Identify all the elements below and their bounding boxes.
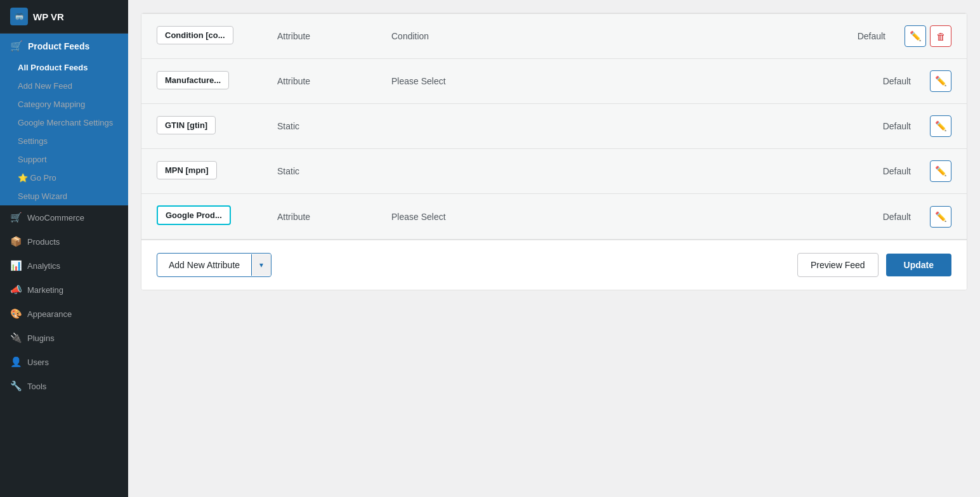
attribute-tag: Google Prod...: [157, 205, 258, 228]
attribute-actions: ✏️: [930, 160, 951, 182]
edit-button[interactable]: ✏️: [905, 25, 926, 47]
edit-button[interactable]: ✏️: [930, 115, 951, 137]
product-feeds-header[interactable]: 🛒 Product Feeds: [0, 34, 128, 58]
table-row: GTIN [gtin] Static Default ✏️: [141, 104, 967, 149]
attribute-tag: Manufacture...: [157, 71, 258, 92]
attribute-tag-label: Condition [co...: [157, 26, 233, 44]
attribute-actions: ✏️: [930, 115, 951, 137]
sidebar-item-analytics[interactable]: 📊Analytics: [0, 254, 128, 278]
sidebar-item-add-new-feed[interactable]: Add New Feed: [0, 77, 128, 95]
sidebar-item-users[interactable]: 👤Users: [0, 350, 128, 374]
attribute-tag-label: Manufacture...: [157, 71, 229, 89]
sidebar-item-go-pro[interactable]: ⭐ Go Pro: [0, 169, 128, 187]
attribute-type: Attribute: [258, 76, 385, 86]
attribute-value: Condition: [385, 31, 828, 41]
attribute-value: Please Select: [385, 76, 854, 86]
sidebar-menu-label: Marketing: [27, 285, 63, 295]
attribute-actions: ✏️: [930, 70, 951, 92]
attribute-tag-label: MPN [mpn]: [157, 161, 217, 179]
attribute-default: Default: [854, 212, 930, 222]
tools-icon: 🔧: [10, 380, 22, 392]
sidebar-menu-label: Products: [27, 237, 60, 247]
attribute-value: Please Select: [385, 212, 854, 222]
wp-vr-icon: 🥽: [10, 8, 28, 25]
cart-icon: 🛒: [10, 40, 23, 52]
attribute-type: Attribute: [258, 31, 385, 41]
attribute-tag-label: GTIN [gtin]: [157, 116, 216, 134]
attribute-default: Default: [828, 31, 905, 41]
marketing-icon: 📣: [10, 284, 22, 295]
attribute-tag-label: Google Prod...: [157, 205, 231, 225]
product-feeds-sub-menu: All Product FeedsAdd New FeedCategory Ma…: [0, 58, 128, 205]
attribute-type: Attribute: [258, 212, 385, 222]
sidebar-item-settings[interactable]: Settings: [0, 132, 128, 150]
add-new-attribute-button[interactable]: Add New Attribute ▾: [157, 253, 271, 277]
product-feeds-label: Product Feeds: [28, 41, 89, 51]
delete-button[interactable]: 🗑: [930, 25, 951, 47]
chevron-down-icon: ▾: [251, 254, 271, 276]
sidebar-menu-label: Appearance: [27, 309, 72, 319]
add-new-label: Add New Attribute: [157, 254, 251, 276]
appearance-icon: 🎨: [10, 308, 22, 320]
attribute-default: Default: [854, 166, 930, 176]
attribute-default: Default: [854, 121, 930, 131]
attribute-default: Default: [854, 76, 930, 86]
sidebar: 🥽 WP VR 🛒 Product Feeds All Product Feed…: [0, 0, 128, 497]
sidebar-menu: 🛒WooCommerce📦Products📊Analytics📣Marketin…: [0, 205, 128, 398]
table-row: Condition [co... Attribute Condition Def…: [141, 13, 967, 59]
sidebar-menu-label: Analytics: [27, 261, 60, 271]
sidebar-item-products[interactable]: 📦Products: [0, 229, 128, 254]
edit-button[interactable]: ✏️: [930, 160, 951, 182]
sidebar-item-google-merchant-settings[interactable]: Google Merchant Settings: [0, 113, 128, 132]
sidebar-item-tools[interactable]: 🔧Tools: [0, 374, 128, 398]
users-icon: 👤: [10, 356, 22, 368]
edit-button[interactable]: ✏️: [930, 206, 951, 228]
attribute-tag: Condition [co...: [157, 26, 258, 47]
plugins-icon: 🔌: [10, 332, 22, 344]
sidebar-item-setup-wizard[interactable]: Setup Wizard: [0, 187, 128, 205]
attribute-actions: ✏️: [930, 206, 951, 228]
sidebar-logo[interactable]: 🥽 WP VR: [0, 0, 128, 34]
preview-feed-button[interactable]: Preview Feed: [797, 253, 879, 277]
attribute-tag: MPN [mpn]: [157, 161, 258, 182]
attribute-tag: GTIN [gtin]: [157, 116, 258, 137]
analytics-icon: 📊: [10, 260, 22, 271]
sidebar-menu-label: Tools: [27, 382, 46, 391]
sidebar-item-plugins[interactable]: 🔌Plugins: [0, 326, 128, 350]
sidebar-item-woocommerce[interactable]: 🛒WooCommerce: [0, 205, 128, 229]
table-row: Google Prod... Attribute Please Select D…: [141, 194, 967, 240]
sidebar-item-category-mapping[interactable]: Category Mapping: [0, 95, 128, 113]
footer-row: Add New Attribute ▾ Preview Feed Update: [141, 240, 967, 290]
update-button[interactable]: Update: [886, 254, 951, 276]
product-feeds-section: 🛒 Product Feeds All Product FeedsAdd New…: [0, 34, 128, 205]
sidebar-item-appearance[interactable]: 🎨Appearance: [0, 302, 128, 326]
footer-actions: Preview Feed Update: [797, 253, 951, 277]
attribute-type: Static: [258, 166, 385, 176]
products-icon: 📦: [10, 236, 22, 247]
attributes-card: Condition [co... Attribute Condition Def…: [141, 13, 967, 290]
app-title: WP VR: [33, 11, 64, 22]
table-row: Manufacture... Attribute Please Select D…: [141, 59, 967, 104]
attributes-list: Condition [co... Attribute Condition Def…: [141, 13, 967, 240]
sidebar-menu-label: WooCommerce: [27, 213, 84, 223]
sidebar-item-all-product-feeds[interactable]: All Product Feeds: [0, 58, 128, 77]
table-row: MPN [mpn] Static Default ✏️: [141, 149, 967, 194]
woocommerce-icon: 🛒: [10, 212, 22, 223]
sidebar-menu-label: Plugins: [27, 333, 55, 343]
attribute-type: Static: [258, 121, 385, 131]
edit-button[interactable]: ✏️: [930, 70, 951, 92]
sidebar-item-marketing[interactable]: 📣Marketing: [0, 278, 128, 302]
attribute-actions: ✏️ 🗑: [905, 25, 951, 47]
sidebar-item-support[interactable]: Support: [0, 150, 128, 169]
main-content: Condition [co... Attribute Condition Def…: [128, 0, 980, 497]
sidebar-menu-label: Users: [27, 358, 49, 367]
